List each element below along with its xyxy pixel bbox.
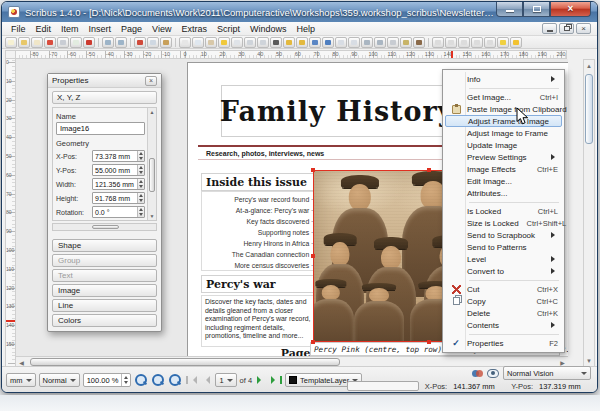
width-spinbox[interactable]: 121.356 mm [92,178,145,190]
menu-item[interactable]: Item [56,23,84,35]
pdf-check-box-icon[interactable] [458,37,470,48]
spin-up-icon[interactable] [139,206,143,211]
pdf-push-button-icon[interactable] [432,37,444,48]
pdf-combo-box-icon[interactable] [471,37,483,48]
menu-item-image-effects[interactable]: Image EffectsCtrl+E [445,163,562,175]
selection-handle[interactable] [311,168,315,172]
select-item-icon[interactable] [179,37,191,48]
menu-windows[interactable]: Windows [245,23,292,35]
measurements-icon[interactable] [387,37,399,48]
insert-text-frame-icon[interactable] [192,37,204,48]
rotation-spinbox[interactable]: 0.0 ° [92,206,145,218]
insert-table-icon[interactable] [231,37,243,48]
menu-item-is-locked[interactable]: Is LockedCtrl+L [445,205,562,217]
pdf-list-box-icon[interactable] [484,37,496,48]
cut-icon[interactable] [134,37,146,48]
spin-up-icon[interactable] [139,164,143,169]
close-document-icon[interactable] [44,37,56,48]
palette-close-button[interactable]: × [145,76,157,86]
y-pos-spinbox[interactable]: 55.000 mm [92,164,145,176]
new-document-icon[interactable] [5,37,17,48]
horizontal-ruler[interactable]: -80-70-60-50-40-30-20-100102030405060708… [16,50,567,59]
menu-extras[interactable]: Extras [176,23,212,35]
document-restore-button[interactable] [559,23,574,34]
menu-item-update-image[interactable]: Update Image [445,139,562,151]
open-document-icon[interactable] [18,37,30,48]
menu-item-info[interactable]: Info [445,73,562,85]
paste-icon[interactable] [160,37,172,48]
units-combo[interactable]: mm [6,373,36,387]
palette-vertical-scrollbar[interactable]: ▲ ▼ [147,108,156,220]
minimize-button[interactable] [496,2,523,17]
title-bar[interactable]: Scribus 1.4.0 - [D:\Nick\Documents\Work\… [2,2,597,22]
page-number-combo[interactable]: 1 [215,373,236,387]
copy-item-properties-icon[interactable] [400,37,412,48]
scroll-down-icon[interactable]: ▼ [148,213,156,219]
percys-war-body-frame[interactable]: Discover the key facts, dates and detail… [201,295,324,347]
object-name-input[interactable]: Image16 [56,122,145,135]
selection-handle[interactable] [427,340,431,344]
menu-item-cut[interactable]: CutCtrl+X [445,283,562,295]
percys-war-heading-frame[interactable]: Percy's war [201,275,324,293]
unlink-text-frames-icon[interactable] [374,37,386,48]
insert-line-icon[interactable] [270,37,282,48]
copy-icon[interactable] [147,37,159,48]
next-page-button[interactable] [255,374,267,386]
zoom-in-button[interactable] [168,373,182,387]
menu-item-level[interactable]: Level [445,253,562,265]
rotate-item-icon[interactable] [309,37,321,48]
menu-script[interactable]: Script [212,23,245,35]
zoom-out-button[interactable] [134,373,148,387]
ruler-origin-corner[interactable] [5,50,16,59]
x-pos-spinbox[interactable]: 73.378 mm [92,150,145,162]
save-document-icon[interactable] [31,37,43,48]
zoom-100-button[interactable] [151,373,165,387]
section-colors[interactable]: Colors [52,314,157,327]
maximize-button[interactable] [523,2,550,17]
spin-down-icon[interactable] [124,381,128,386]
insert-render-frame-icon[interactable] [218,37,230,48]
selection-handle[interactable] [311,254,315,258]
section-image[interactable]: Image [52,284,157,297]
spin-up-icon[interactable] [139,192,143,197]
first-page-button[interactable] [185,374,197,386]
edit-contents-icon[interactable] [335,37,347,48]
inside-issue-list[interactable]: Percy's war record found · 1At-a-glance:… [201,191,324,271]
insert-shape-icon[interactable] [244,37,256,48]
link-text-frames-icon[interactable] [361,37,373,48]
vertical-ruler[interactable]: 0102030405060708090100110120130140150 [5,59,16,367]
section-line[interactable]: Line [52,299,157,312]
menu-item-get-image[interactable]: Get Image...Ctrl+I [445,91,562,103]
spin-down-icon[interactable] [139,157,143,162]
scroll-up-icon[interactable]: ▲ [584,60,595,71]
menu-item-edit-image[interactable]: Edit Image... [445,175,562,187]
menu-help[interactable]: Help [292,23,321,35]
vertical-scroll-thumb[interactable] [585,74,593,144]
quality-combo[interactable]: Normal [39,373,80,387]
inside-issue-heading-frame[interactable]: Inside this issue [201,173,324,191]
spin-down-icon[interactable] [139,185,143,190]
menu-item-delete[interactable]: DeleteCtrl+K [445,307,562,319]
horizontal-scroll-thumb[interactable] [30,358,340,366]
menu-item-attributes[interactable]: Attributes... [445,187,562,199]
menu-item-copy[interactable]: CopyCtrl+C [445,295,562,307]
scroll-down-icon[interactable]: ▼ [584,355,595,366]
menu-edit[interactable]: Edit [31,23,57,35]
redo-icon[interactable] [115,37,127,48]
undo-icon[interactable] [102,37,114,48]
text-annotation-icon[interactable] [497,37,509,48]
scroll-up-icon[interactable]: ▲ [148,109,156,115]
menu-item-send-to-patterns[interactable]: Send to Patterns [445,241,562,253]
insert-freehand-line-icon[interactable] [296,37,308,48]
zoom-level-spinbox[interactable]: 100.00 % [83,373,132,387]
menu-item-send-to-scrapbook[interactable]: Send to Scrapbook [445,229,562,241]
menu-item-contents[interactable]: Contents [445,319,562,331]
insert-image-frame-icon[interactable] [205,37,217,48]
spin-down-icon[interactable] [139,199,143,204]
menu-item-adjust-image-to-frame[interactable]: Adjust Image to Frame [445,127,562,139]
menu-page[interactable]: Page [116,23,147,35]
link-annotation-icon[interactable] [510,37,522,48]
print-document-icon[interactable] [57,37,69,48]
spin-down-icon[interactable] [139,213,143,218]
last-page-button[interactable] [270,374,282,386]
